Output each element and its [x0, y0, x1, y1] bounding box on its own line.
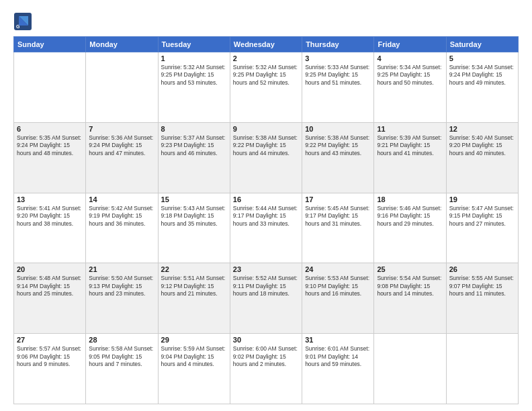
page: G SundayMondayTuesdayWednesdayThursdayFr…	[0, 0, 532, 411]
day-info: Sunrise: 5:42 AM Sunset: 9:19 PM Dayligh…	[89, 205, 154, 228]
day-number: 22	[161, 265, 227, 273]
day-number: 10	[305, 125, 371, 133]
day-info: Sunrise: 5:32 AM Sunset: 9:25 PM Dayligh…	[161, 64, 227, 87]
calendar-week-row: 6Sunrise: 5:35 AM Sunset: 9:24 PM Daylig…	[14, 122, 519, 193]
calendar-cell: 16Sunrise: 5:44 AM Sunset: 9:17 PM Dayli…	[230, 193, 302, 263]
day-number: 3	[305, 54, 371, 62]
day-info: Sunrise: 5:41 AM Sunset: 9:20 PM Dayligh…	[17, 205, 83, 228]
day-number: 4	[377, 54, 443, 62]
calendar-cell	[14, 52, 86, 123]
svg-text:G: G	[16, 24, 20, 29]
day-number: 19	[449, 195, 515, 203]
day-info: Sunrise: 5:34 AM Sunset: 9:24 PM Dayligh…	[449, 64, 515, 87]
day-number: 5	[449, 54, 515, 62]
day-info: Sunrise: 5:48 AM Sunset: 9:14 PM Dayligh…	[17, 275, 83, 298]
day-number: 9	[233, 125, 299, 133]
day-number: 14	[89, 195, 154, 203]
calendar-cell: 22Sunrise: 5:51 AM Sunset: 9:12 PM Dayli…	[158, 263, 230, 334]
day-info: Sunrise: 5:59 AM Sunset: 9:04 PM Dayligh…	[161, 345, 227, 368]
calendar-cell: 11Sunrise: 5:39 AM Sunset: 9:21 PM Dayli…	[374, 122, 446, 193]
day-info: Sunrise: 5:33 AM Sunset: 9:25 PM Dayligh…	[305, 64, 371, 87]
day-number: 2	[233, 54, 299, 62]
calendar-cell	[374, 334, 446, 404]
day-number: 24	[305, 265, 371, 273]
calendar-cell: 7Sunrise: 5:36 AM Sunset: 9:24 PM Daylig…	[86, 122, 158, 193]
day-number: 13	[17, 195, 83, 203]
day-number: 29	[161, 336, 227, 344]
day-number: 20	[17, 265, 83, 273]
day-info: Sunrise: 5:54 AM Sunset: 9:08 PM Dayligh…	[377, 275, 443, 298]
calendar-cell: 13Sunrise: 5:41 AM Sunset: 9:20 PM Dayli…	[14, 193, 86, 263]
calendar-cell: 30Sunrise: 6:00 AM Sunset: 9:02 PM Dayli…	[230, 334, 302, 404]
day-number: 21	[89, 265, 154, 273]
calendar-cell: 21Sunrise: 5:50 AM Sunset: 9:13 PM Dayli…	[86, 263, 158, 334]
day-number: 30	[233, 336, 299, 344]
calendar-cell	[86, 52, 158, 123]
day-info: Sunrise: 5:38 AM Sunset: 9:22 PM Dayligh…	[305, 134, 371, 157]
day-info: Sunrise: 5:58 AM Sunset: 9:05 PM Dayligh…	[89, 345, 154, 368]
day-number: 17	[305, 195, 371, 203]
weekday-header-thursday: Thursday	[302, 37, 374, 52]
calendar-cell: 19Sunrise: 5:47 AM Sunset: 9:15 PM Dayli…	[446, 193, 518, 263]
day-info: Sunrise: 6:00 AM Sunset: 9:02 PM Dayligh…	[233, 345, 299, 368]
day-number: 12	[449, 125, 515, 133]
calendar-week-row: 1Sunrise: 5:32 AM Sunset: 9:25 PM Daylig…	[14, 52, 519, 123]
calendar-cell: 15Sunrise: 5:43 AM Sunset: 9:18 PM Dayli…	[158, 193, 230, 263]
calendar-cell: 8Sunrise: 5:37 AM Sunset: 9:23 PM Daylig…	[158, 122, 230, 193]
calendar-cell: 29Sunrise: 5:59 AM Sunset: 9:04 PM Dayli…	[158, 334, 230, 404]
day-info: Sunrise: 5:57 AM Sunset: 9:06 PM Dayligh…	[17, 345, 83, 368]
calendar-cell: 18Sunrise: 5:46 AM Sunset: 9:16 PM Dayli…	[374, 193, 446, 263]
calendar-cell: 4Sunrise: 5:34 AM Sunset: 9:25 PM Daylig…	[374, 52, 446, 123]
weekday-header-saturday: Saturday	[446, 37, 518, 52]
calendar-cell: 23Sunrise: 5:52 AM Sunset: 9:11 PM Dayli…	[230, 263, 302, 334]
logo-icon: G	[13, 12, 32, 31]
day-info: Sunrise: 5:50 AM Sunset: 9:13 PM Dayligh…	[89, 275, 154, 298]
day-info: Sunrise: 5:45 AM Sunset: 9:17 PM Dayligh…	[305, 205, 371, 228]
day-info: Sunrise: 5:52 AM Sunset: 9:11 PM Dayligh…	[233, 275, 299, 298]
day-number: 25	[377, 265, 443, 273]
weekday-header-wednesday: Wednesday	[230, 37, 302, 52]
day-number: 27	[17, 336, 83, 344]
day-info: Sunrise: 5:35 AM Sunset: 9:24 PM Dayligh…	[17, 134, 83, 157]
calendar-cell: 6Sunrise: 5:35 AM Sunset: 9:24 PM Daylig…	[14, 122, 86, 193]
day-info: Sunrise: 5:39 AM Sunset: 9:21 PM Dayligh…	[377, 134, 443, 157]
weekday-header-sunday: Sunday	[14, 37, 86, 52]
day-number: 6	[17, 125, 83, 133]
day-number: 26	[449, 265, 515, 273]
calendar-header-row: SundayMondayTuesdayWednesdayThursdayFrid…	[14, 37, 519, 52]
day-info: Sunrise: 5:37 AM Sunset: 9:23 PM Dayligh…	[161, 134, 227, 157]
calendar-cell: 25Sunrise: 5:54 AM Sunset: 9:08 PM Dayli…	[374, 263, 446, 334]
day-info: Sunrise: 5:44 AM Sunset: 9:17 PM Dayligh…	[233, 205, 299, 228]
day-info: Sunrise: 5:55 AM Sunset: 9:07 PM Dayligh…	[449, 275, 515, 298]
day-info: Sunrise: 5:53 AM Sunset: 9:10 PM Dayligh…	[305, 275, 371, 298]
day-info: Sunrise: 5:38 AM Sunset: 9:22 PM Dayligh…	[233, 134, 299, 157]
day-number: 23	[233, 265, 299, 273]
calendar-cell: 9Sunrise: 5:38 AM Sunset: 9:22 PM Daylig…	[230, 122, 302, 193]
calendar-cell: 1Sunrise: 5:32 AM Sunset: 9:25 PM Daylig…	[158, 52, 230, 123]
weekday-header-friday: Friday	[374, 37, 446, 52]
day-info: Sunrise: 5:51 AM Sunset: 9:12 PM Dayligh…	[161, 275, 227, 298]
calendar-week-row: 20Sunrise: 5:48 AM Sunset: 9:14 PM Dayli…	[14, 263, 519, 334]
weekday-header-monday: Monday	[86, 37, 158, 52]
calendar-cell: 17Sunrise: 5:45 AM Sunset: 9:17 PM Dayli…	[302, 193, 374, 263]
day-info: Sunrise: 5:40 AM Sunset: 9:20 PM Dayligh…	[449, 134, 515, 157]
day-number: 11	[377, 125, 443, 133]
day-number: 18	[377, 195, 443, 203]
calendar-cell: 20Sunrise: 5:48 AM Sunset: 9:14 PM Dayli…	[14, 263, 86, 334]
calendar-cell: 5Sunrise: 5:34 AM Sunset: 9:24 PM Daylig…	[446, 52, 518, 123]
calendar-cell: 10Sunrise: 5:38 AM Sunset: 9:22 PM Dayli…	[302, 122, 374, 193]
calendar-cell: 28Sunrise: 5:58 AM Sunset: 9:05 PM Dayli…	[86, 334, 158, 404]
day-number: 1	[161, 54, 227, 62]
day-number: 8	[161, 125, 227, 133]
calendar-week-row: 13Sunrise: 5:41 AM Sunset: 9:20 PM Dayli…	[14, 193, 519, 263]
day-info: Sunrise: 5:47 AM Sunset: 9:15 PM Dayligh…	[449, 205, 515, 228]
day-info: Sunrise: 5:36 AM Sunset: 9:24 PM Dayligh…	[89, 134, 154, 157]
logo: G	[13, 12, 35, 31]
calendar-cell: 24Sunrise: 5:53 AM Sunset: 9:10 PM Dayli…	[302, 263, 374, 334]
day-number: 28	[89, 336, 154, 344]
day-info: Sunrise: 5:43 AM Sunset: 9:18 PM Dayligh…	[161, 205, 227, 228]
calendar-cell: 31Sunrise: 6:01 AM Sunset: 9:01 PM Dayli…	[302, 334, 374, 404]
day-number: 15	[161, 195, 227, 203]
calendar-cell: 3Sunrise: 5:33 AM Sunset: 9:25 PM Daylig…	[302, 52, 374, 123]
day-info: Sunrise: 5:46 AM Sunset: 9:16 PM Dayligh…	[377, 205, 443, 228]
